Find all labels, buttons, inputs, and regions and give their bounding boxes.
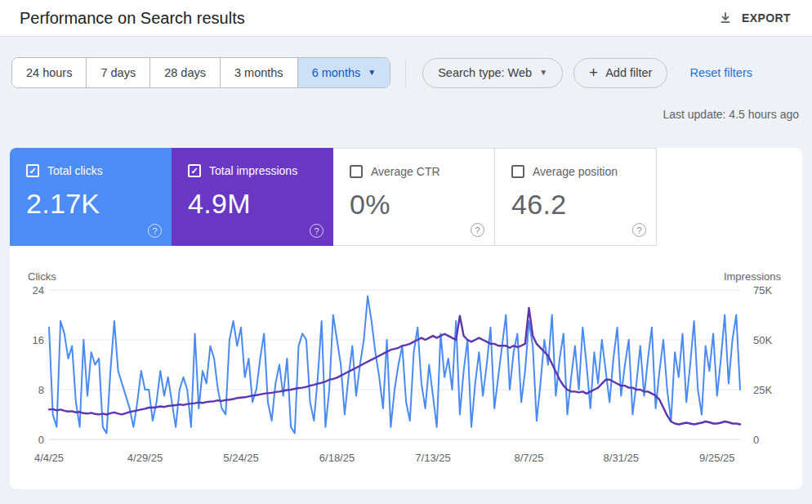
tab-24-hours[interactable]: 24 hours <box>12 58 87 87</box>
x-axis-tick: 7/13/25 <box>415 452 450 464</box>
filter-toolbar: 24 hours 7 days 28 days 3 months 6 month… <box>11 57 801 88</box>
performance-chart: Clicks Impressions 241680 75K50K25K0 4/4… <box>10 270 802 466</box>
y-axis-tick-left: 8 <box>38 384 44 396</box>
y-axis-tick-left: 16 <box>33 334 44 346</box>
x-axis-ticks: 4/4/254/29/255/24/256/18/257/13/258/7/25… <box>49 452 740 465</box>
tab-7-days[interactable]: 7 days <box>87 58 150 87</box>
export-label: EXPORT <box>742 11 791 25</box>
chart-plot-area[interactable] <box>49 290 740 439</box>
y-axis-tick-right: 0 <box>753 434 759 446</box>
x-axis-tick: 6/18/25 <box>319 452 355 464</box>
tab-3-months[interactable]: 3 months <box>221 58 298 87</box>
metric-value: 2.17K <box>26 188 172 220</box>
checkbox-checked-icon[interactable]: ✓ <box>188 164 201 177</box>
left-axis-ticks: 241680 <box>10 290 44 439</box>
metric-label: Total clicks <box>47 164 103 177</box>
x-axis-tick: 5/24/25 <box>223 452 258 464</box>
checkbox-unchecked-icon[interactable] <box>511 165 524 178</box>
tab-28-days[interactable]: 28 days <box>150 58 221 87</box>
metric-label: Average CTR <box>371 165 440 178</box>
x-axis-tick: 4/4/25 <box>34 452 64 464</box>
plus-icon: + <box>589 65 598 80</box>
metric-value: 4.9M <box>188 188 333 220</box>
y-axis-tick-right: 25K <box>753 384 772 396</box>
x-axis-tick: 9/25/25 <box>699 452 734 464</box>
right-axis-label: Impressions <box>724 270 781 283</box>
reset-filters-link[interactable]: Reset filters <box>689 66 752 79</box>
metric-tile-average-ctr[interactable]: Average CTR 0% ? <box>333 148 495 246</box>
metric-tile-total-impressions[interactable]: ✓ Total impressions 4.9M ? <box>172 148 333 246</box>
chevron-down-icon: ▼ <box>539 69 547 77</box>
x-axis-tick: 4/29/25 <box>127 452 163 464</box>
performance-panel: ✓ Total clicks 2.17K ? ✓ Total impressio… <box>10 148 802 489</box>
x-axis-tick: 8/7/25 <box>514 452 543 464</box>
page-header: Performance on Search results EXPORT <box>0 0 812 37</box>
x-axis-tick: 8/31/25 <box>604 452 639 464</box>
metric-tile-average-position[interactable]: Average position 46.2 ? <box>495 148 657 246</box>
clicks-line <box>49 297 740 434</box>
y-axis-tick-left: 24 <box>33 284 44 297</box>
chevron-down-icon: ▼ <box>368 69 376 77</box>
impressions-line <box>49 308 740 425</box>
y-axis-tick-left: 0 <box>38 434 44 446</box>
left-axis-label: Clicks <box>28 270 56 283</box>
search-type-dropdown[interactable]: Search type: Web ▼ <box>422 58 563 88</box>
last-update-text: Last update: 4.5 hours ago <box>0 108 799 121</box>
download-icon <box>718 11 733 25</box>
add-filter-button[interactable]: + Add filter <box>573 58 667 88</box>
y-axis-tick-right: 75K <box>753 284 772 297</box>
page-title: Performance on Search results <box>20 9 245 28</box>
metric-value: 46.2 <box>511 189 656 221</box>
tab-6-months[interactable]: 6 months ▼ <box>298 58 390 87</box>
metric-label: Average position <box>533 165 618 178</box>
y-axis-tick-right: 50K <box>753 334 772 346</box>
export-button[interactable]: EXPORT <box>718 11 791 25</box>
checkbox-unchecked-icon[interactable] <box>350 165 363 178</box>
help-icon[interactable]: ? <box>148 224 162 238</box>
metric-label: Total impressions <box>209 164 297 177</box>
metric-value: 0% <box>350 189 494 221</box>
checkbox-checked-icon[interactable]: ✓ <box>26 164 39 177</box>
metric-tiles: ✓ Total clicks 2.17K ? ✓ Total impressio… <box>10 148 802 246</box>
right-axis-ticks: 75K50K25K0 <box>747 290 799 439</box>
date-range-tabs: 24 hours 7 days 28 days 3 months 6 month… <box>11 57 390 88</box>
toolbar-divider <box>405 59 406 87</box>
metric-tile-total-clicks[interactable]: ✓ Total clicks 2.17K ? <box>10 148 172 246</box>
help-icon[interactable]: ? <box>632 223 646 237</box>
help-icon[interactable]: ? <box>310 224 323 238</box>
help-icon[interactable]: ? <box>471 223 484 237</box>
